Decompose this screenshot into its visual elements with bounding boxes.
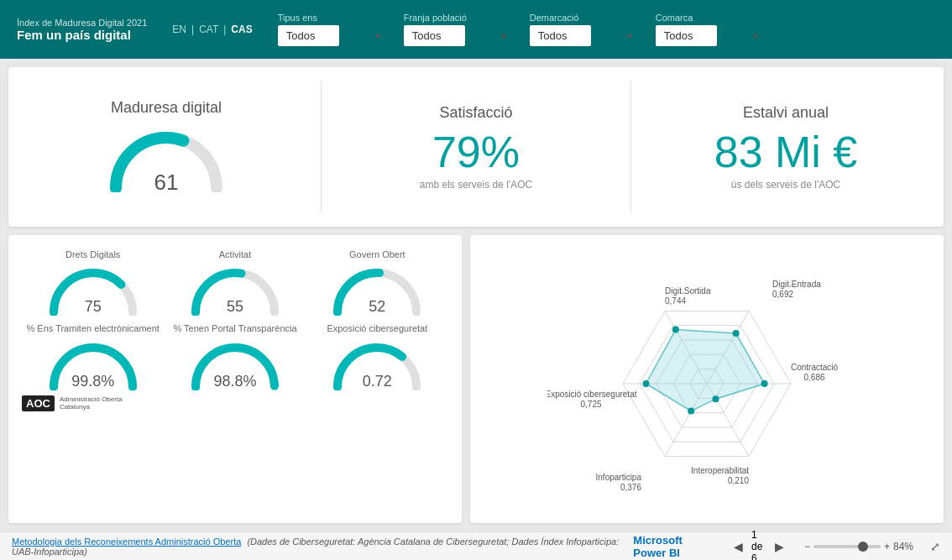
maduresa-card: Maduresa digital 61 — [29, 81, 304, 213]
filter-demarcacio-select[interactable]: Todos — [530, 25, 591, 46]
small-gauge-label: Govern Obert — [349, 249, 405, 260]
filter-comarca-select[interactable]: Todos — [656, 25, 717, 46]
prev-page-button[interactable]: ◀ — [730, 538, 746, 555]
radar-chart: Contractació0,686Digit.Entrada0,692Digit… — [479, 243, 935, 515]
zoom-slider[interactable] — [813, 545, 881, 548]
small-gauge-label: Activitat — [219, 249, 252, 260]
small-gauge-item: Activitat55 — [164, 249, 306, 314]
header: Índex de Maduresa Digital 2021 Fem un pa… — [0, 0, 952, 59]
small-gauge-item: Exposició ciberseguretat0.72 — [306, 322, 448, 388]
page-indicator: 1 de 6 — [751, 529, 766, 561]
estalvi-subtitle: ús dels serveis de l'AOC — [731, 179, 840, 191]
small-gauge-svg-wrap: 55 — [189, 264, 281, 314]
satisfaccio-card: Satisfacció 79% amb els serveis de l'AOC — [338, 81, 614, 213]
maduresa-value: 61 — [154, 170, 179, 196]
small-gauge-item: Drets Digitals75 — [22, 249, 164, 314]
zoom-level: 84% — [893, 541, 913, 552]
filters: Tipus ens Todos Franja població Todos De… — [278, 13, 935, 46]
satisfaccio-subtitle: amb els serveis de l'AOC — [420, 179, 532, 191]
filter-franja-label: Franja població — [404, 13, 513, 23]
svg-point-13 — [733, 330, 740, 337]
filter-tipus-select[interactable]: Todos — [278, 25, 339, 46]
small-gauge-svg-wrap: 0.72 — [331, 338, 423, 389]
filter-tipus-label: Tipus ens — [278, 13, 387, 23]
small-gauge-label: % Tenen Portal Transparència — [173, 322, 296, 334]
filter-franja-select[interactable]: Todos — [404, 25, 465, 46]
radar-panel: Contractació0,686Digit.Entrada0,692Digit… — [470, 235, 944, 523]
footer: Metodologia dels Reconeixements Administ… — [0, 531, 952, 560]
maduresa-title: Maduresa digital — [111, 99, 222, 117]
filter-franja: Franja població Todos — [404, 13, 513, 46]
svg-text:Digit.Sortida0,744: Digit.Sortida0,744 — [665, 286, 711, 306]
small-gauge-item: Govern Obert52 — [306, 249, 448, 314]
main-content: Maduresa digital 61 Satisfacció 79% amb … — [0, 59, 952, 531]
brand: Índex de Maduresa Digital 2021 Fem un pa… — [17, 18, 147, 42]
zoom-control: − + 84% — [804, 541, 913, 552]
filter-tipus: Tipus ens Todos — [278, 13, 387, 46]
small-gauge-item: % Ens Tramiten electrònicament99.8% — [22, 322, 164, 388]
svg-text:Digit.Entrada0,692: Digit.Entrada0,692 — [772, 280, 821, 299]
lang-cat[interactable]: CAT — [199, 24, 218, 35]
estalvi-card: Estalvi anual 83 Mi € ús dels serveis de… — [648, 81, 923, 213]
svg-text:Exposició ciberseguretat0,725: Exposició ciberseguretat0,725 — [547, 390, 637, 409]
small-gauge-number: 55 — [227, 298, 243, 316]
zoom-thumb — [858, 542, 868, 552]
next-page-button[interactable]: ▶ — [772, 538, 787, 555]
brand-subtitle: Índex de Maduresa Digital 2021 — [17, 18, 147, 28]
small-gauge-number: 52 — [369, 298, 385, 316]
small-gauge-number: 75 — [85, 298, 102, 316]
svg-point-17 — [713, 395, 719, 402]
bottom-row: Drets Digitals75Activitat55Govern Obert5… — [8, 235, 944, 523]
small-gauge-number: 98.8% — [213, 373, 256, 390]
language-switcher: EN | CAT | CAS — [172, 24, 252, 35]
aoc-box-label: AOC — [22, 395, 55, 411]
filter-comarca-label: Comarca — [656, 13, 765, 23]
small-gauge-item: % Tenen Portal Transparència98.8% — [164, 322, 306, 388]
small-gauge-svg-wrap: 99.8% — [47, 338, 139, 389]
svg-point-12 — [761, 380, 768, 387]
top-metrics-row: Maduresa digital 61 Satisfacció 79% amb … — [8, 67, 944, 227]
small-gauge-label: Exposició ciberseguretat — [327, 322, 427, 334]
filter-demarcacio: Demarcació Todos — [530, 13, 639, 46]
small-gauges-grid: Drets Digitals75Activitat55Govern Obert5… — [22, 249, 448, 389]
estalvi-value: 83 Mi € — [714, 130, 858, 174]
svg-point-15 — [643, 380, 650, 387]
aoc-logo: AOC Administració Oberta Catalunya — [22, 395, 448, 411]
footer-left: Metodologia dels Reconeixements Administ… — [12, 536, 633, 557]
small-gauge-svg-wrap: 52 — [331, 264, 423, 314]
small-gauge-label: % Ens Tramiten electrònicament — [26, 322, 159, 334]
footer-link[interactable]: Metodologia dels Reconeixements Administ… — [12, 536, 241, 547]
powerbi-brand: Microsoft Power BI — [633, 534, 714, 559]
satisfaccio-title: Satisfacció — [439, 104, 512, 122]
svg-text:Infoparticipa0,376: Infoparticipa0,376 — [596, 472, 642, 491]
lang-cas[interactable]: CAS — [231, 24, 252, 35]
metrics-panel: Drets Digitals75Activitat55Govern Obert5… — [8, 235, 462, 523]
satisfaccio-value: 79% — [432, 130, 520, 174]
estalvi-title: Estalvi anual — [743, 104, 829, 122]
svg-text:Interoperabilitat0,210: Interoperabilitat0,210 — [691, 465, 749, 484]
expand-icon[interactable]: ⤢ — [930, 540, 940, 553]
small-gauge-label: Drets Digitals — [65, 249, 120, 260]
small-gauge-svg-wrap: 98.8% — [189, 338, 281, 389]
lang-en[interactable]: EN — [172, 24, 186, 35]
brand-title: Fem un país digital — [17, 28, 147, 42]
filter-comarca: Comarca Todos — [656, 13, 765, 46]
maduresa-gauge: 61 — [107, 125, 225, 192]
svg-text:Contractació0,686: Contractació0,686 — [791, 363, 839, 382]
small-gauge-number: 99.8% — [71, 373, 114, 390]
footer-center: Microsoft Power BI — [633, 534, 714, 559]
svg-point-16 — [688, 407, 694, 414]
filter-demarcacio-label: Demarcació — [530, 13, 639, 23]
zoom-plus[interactable]: + — [884, 541, 890, 552]
zoom-minus[interactable]: − — [804, 541, 810, 552]
aoc-text: Administració Oberta Catalunya — [60, 395, 123, 411]
small-gauge-number: 0.72 — [363, 373, 392, 390]
svg-point-14 — [672, 326, 679, 332]
small-gauge-svg-wrap: 75 — [47, 264, 139, 314]
page-navigation: ◀ 1 de 6 ▶ — [730, 529, 787, 561]
